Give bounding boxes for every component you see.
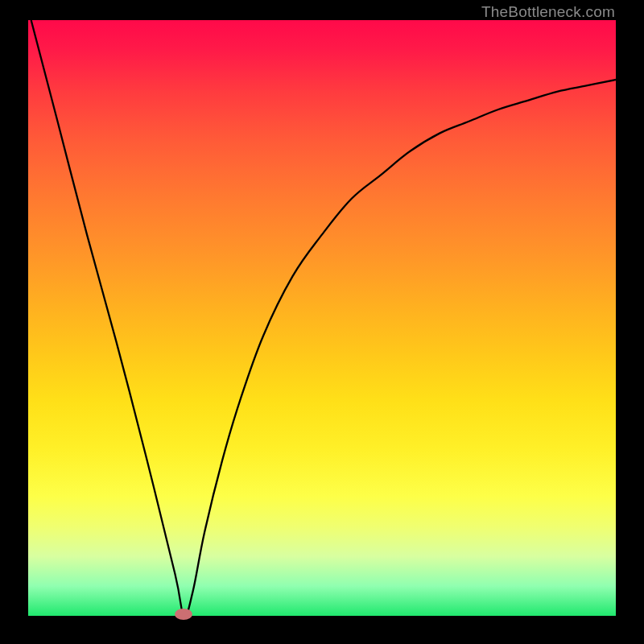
chart-frame: TheBottleneck.com [0, 0, 644, 644]
watermark-text: TheBottleneck.com [481, 3, 615, 21]
optimum-marker [175, 609, 192, 620]
bottleneck-curve [28, 20, 616, 616]
curve-path [31, 20, 616, 616]
plot-area [28, 20, 616, 616]
